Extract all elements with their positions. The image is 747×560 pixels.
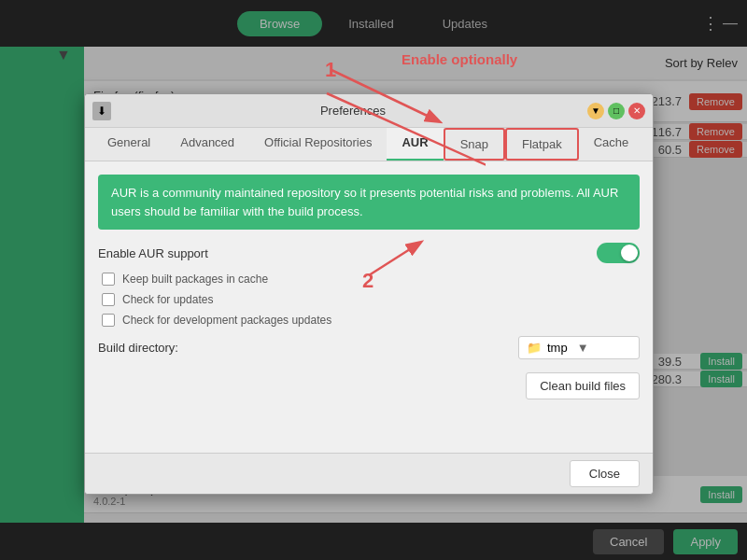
dialog-tabs: General Advanced Official Repositories A… [85,128,653,161]
dialog-footer: Close [85,453,653,494]
clean-btn-row: Clean build files [98,372,640,399]
dialog-titlebar: ⬇ Preferences ▼ □ ✕ [85,94,653,128]
dialog-close-btn[interactable]: Close [570,460,640,487]
dialog-buttons: ▼ □ ✕ [587,103,645,119]
dialog-minimize-button[interactable]: ▼ [587,103,604,119]
toggle-knob [621,245,638,261]
enable-aur-toggle[interactable] [597,243,640,263]
dialog-close-button[interactable]: ✕ [628,103,645,119]
dialog-title: Preferences [119,104,587,118]
checkbox-row-check-updates: Check for updates [102,293,640,306]
dialog-maximize-button[interactable]: □ [608,103,625,119]
tab-advanced[interactable]: Advanced [165,128,249,161]
tab-official-repos[interactable]: Official Repositories [249,128,387,161]
tab-general[interactable]: General [92,128,165,161]
checkbox-row-keep-cache: Keep built packages in cache [102,273,640,286]
tab-snap[interactable]: Snap [444,128,505,161]
build-dir-row: Build directory: 📁 tmp ▼ [98,336,640,359]
enable-aur-row: Enable AUR support [98,243,640,263]
check-updates-checkbox[interactable] [102,293,115,306]
folder-icon: 📁 [527,341,542,355]
tab-cache[interactable]: Cache [579,128,644,161]
check-updates-label: Check for updates [122,293,213,306]
preferences-dialog: ⬇ Preferences ▼ □ ✕ General Advanced Off… [84,93,654,495]
dialog-icon: ⬇ [92,102,111,120]
clean-build-button[interactable]: Clean build files [526,372,640,399]
build-dir-select[interactable]: 📁 tmp ▼ [518,336,640,359]
enable-aur-label: Enable AUR support [98,246,597,260]
check-dev-checkbox[interactable] [102,314,115,327]
build-dir-label: Build directory: [98,341,178,355]
check-dev-label: Check for development packages updates [122,314,331,327]
keep-cache-checkbox[interactable] [102,273,115,286]
tab-flatpak[interactable]: Flatpak [505,128,579,161]
tab-aur[interactable]: AUR [387,128,443,161]
checkbox-row-check-dev: Check for development packages updates [102,314,640,327]
dropdown-arrow-icon: ▼ [577,341,589,355]
dialog-content: AUR is a community maintained repository… [85,161,653,413]
keep-cache-label: Keep built packages in cache [122,273,268,286]
aur-info-banner: AUR is a community maintained repository… [98,175,640,230]
build-dir-value: tmp [547,341,568,355]
